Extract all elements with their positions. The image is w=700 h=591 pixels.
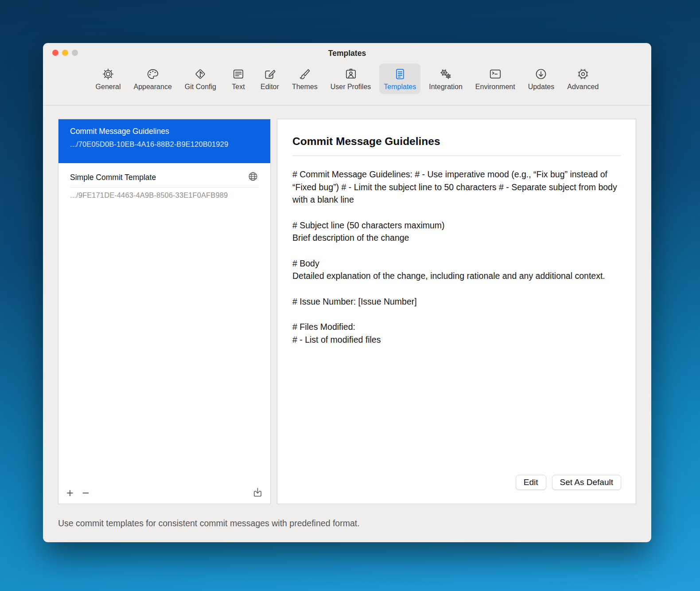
git-diamond-icon (194, 67, 207, 82)
template-name: Commit Message Guidelines (70, 127, 259, 136)
toolbar-item-updates[interactable]: Updates (524, 63, 559, 94)
footer-hint-text: Use commit templates for consistent comm… (58, 518, 360, 528)
toolbar-item-appearance[interactable]: Appearance (129, 63, 176, 94)
import-template-icon[interactable] (252, 486, 264, 500)
toolbar-item-label: Integration (429, 83, 463, 91)
toolbar-item-label: Appearance (133, 83, 171, 91)
template-body-paragraph: # Body Detailed explanation of the chang… (292, 257, 621, 282)
toolbar-item-themes[interactable]: Themes (288, 63, 322, 94)
template-detail-title: Commit Message Guidelines (292, 135, 621, 148)
template-list-item-commit-message-guidelines[interactable]: Commit Message Guidelines .../70E05D0B-1… (58, 119, 270, 163)
template-body-paragraph: # Issue Number: [Issue Number] (292, 295, 621, 308)
add-template-button[interactable]: + (66, 489, 74, 497)
template-list-panel: Commit Message Guidelines .../70E05D0B-1… (58, 119, 271, 504)
template-body-paragraph: # Commit Message Guidelines: # - Use imp… (292, 168, 621, 206)
toolbar-item-label: Themes (292, 83, 318, 91)
template-list-toolbar: + − (58, 485, 270, 504)
toolbar-item-label: Updates (528, 83, 555, 91)
template-path: .../70E05D0B-10EB-4A16-88B2-B9E120B01929 (70, 140, 259, 149)
template-list-item-simple-commit-template[interactable]: Simple Commit Template .../9FE171DE-4463… (58, 163, 270, 206)
minimize-window-button[interactable] (62, 50, 68, 56)
edit-button[interactable]: Edit (516, 475, 546, 490)
template-path: .../9FE171DE-4463-4A9B-8506-33E1F0AFB989 (70, 191, 259, 200)
text-lines-icon (232, 67, 245, 82)
row-divider (70, 187, 259, 188)
window-title: Templates (43, 43, 651, 58)
profile-card-icon (344, 67, 358, 82)
toolbar-item-integration[interactable]: Integration (424, 63, 467, 94)
preferences-window: Templates General (43, 43, 651, 542)
pencil-square-icon (263, 67, 276, 82)
close-window-button[interactable] (52, 50, 58, 56)
globe-icon (247, 171, 259, 184)
toolbar-item-general[interactable]: General (91, 63, 125, 94)
window-titlebar: Templates (43, 43, 651, 63)
advanced-gear-icon (576, 67, 590, 82)
template-body-paragraph: # Files Modified: # - List of modified f… (292, 321, 621, 346)
remove-template-button[interactable]: − (82, 489, 89, 497)
gear-icon (101, 67, 115, 82)
download-circle-icon (534, 67, 548, 82)
toolbar-item-templates[interactable]: Templates (379, 63, 420, 94)
toolbar-item-label: General (96, 83, 121, 91)
toolbar-item-label: Environment (475, 83, 515, 91)
palette-icon (146, 67, 159, 82)
toolbar-item-label: User Profiles (331, 83, 371, 91)
toolbar-item-label: Templates (384, 83, 416, 91)
detail-button-row: Edit Set As Default (516, 475, 621, 490)
window-controls (52, 50, 78, 56)
toolbar-item-user-profiles[interactable]: User Profiles (326, 63, 376, 94)
toolbar-item-label: Editor (261, 83, 279, 91)
zoom-window-button[interactable] (72, 50, 78, 56)
document-lines-icon (393, 67, 407, 82)
toolbar-divider (43, 105, 651, 106)
toolbar-item-label: Git Config (185, 83, 216, 91)
toolbar-item-advanced[interactable]: Advanced (563, 63, 603, 94)
terminal-icon (489, 67, 502, 82)
toolbar-item-label: Advanced (567, 83, 599, 91)
toolbar-item-environment[interactable]: Environment (471, 63, 520, 94)
detail-divider (292, 156, 621, 156)
toolbar-item-git-config[interactable]: Git Config (180, 63, 221, 94)
preferences-toolbar: General Appearance Git Co (43, 63, 651, 104)
template-list: Commit Message Guidelines .../70E05D0B-1… (58, 119, 270, 485)
double-gear-icon (439, 67, 452, 82)
toolbar-item-label: Text (232, 83, 245, 91)
toolbar-item-editor[interactable]: Editor (256, 63, 284, 94)
paintbrush-icon (298, 67, 311, 82)
toolbar-item-text[interactable]: Text (225, 63, 252, 94)
set-as-default-button[interactable]: Set As Default (552, 475, 621, 490)
template-detail-panel: Commit Message Guidelines # Commit Messa… (277, 119, 636, 504)
template-body-paragraph: # Subject line (50 characters maximum) B… (292, 219, 621, 244)
template-name: Simple Commit Template (70, 173, 156, 182)
